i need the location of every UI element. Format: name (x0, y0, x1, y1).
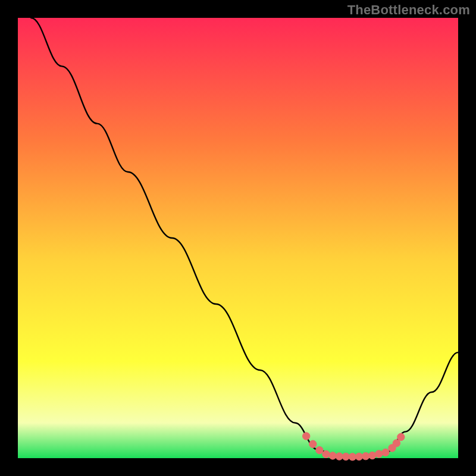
optimal-marker (369, 452, 376, 459)
optimal-marker (349, 453, 356, 461)
optimal-marker (303, 433, 310, 440)
optimal-marker (355, 453, 362, 460)
optimal-marker (393, 440, 400, 447)
optimal-marker (316, 446, 323, 453)
optimal-marker (309, 440, 317, 447)
bottleneck-curve-chart (0, 0, 476, 476)
chart-stage: { "watermark": "TheBottleneck.com", "col… (0, 0, 476, 476)
optimal-marker (329, 452, 336, 459)
plot-background (18, 18, 458, 458)
optimal-marker (342, 453, 349, 460)
optimal-marker (375, 450, 383, 458)
optimal-marker (336, 453, 343, 460)
watermark-label: TheBottleneck.com (347, 2, 470, 18)
optimal-marker (382, 449, 389, 456)
optimal-marker (322, 450, 330, 458)
optimal-marker (397, 433, 405, 440)
optimal-marker (362, 452, 369, 459)
